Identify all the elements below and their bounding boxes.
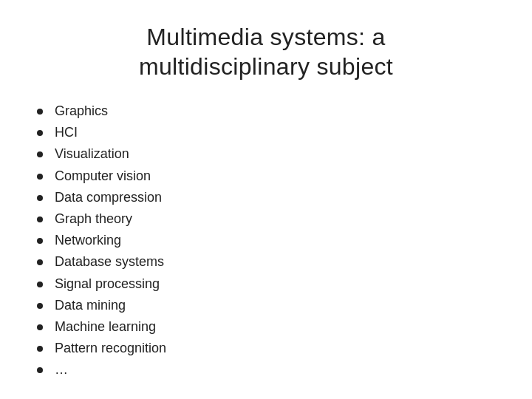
bullet-text: Visualization <box>55 145 129 163</box>
bullet-list: GraphicsHCIVisualizationComputer visionD… <box>37 102 495 382</box>
list-item: Networking <box>37 231 495 250</box>
title-area: Multimedia systems: a multidisciplinary … <box>37 22 495 81</box>
bullet-text: … <box>55 361 68 379</box>
bullet-text: HCI <box>55 123 78 142</box>
list-item: Machine learning <box>37 318 495 336</box>
content-area: GraphicsHCIVisualizationComputer visionD… <box>37 102 495 382</box>
title-line2: multidisciplinary subject <box>139 53 393 80</box>
bullet-dot-icon <box>37 216 43 222</box>
list-item: Graphics <box>37 102 495 120</box>
bullet-dot-icon <box>37 151 43 157</box>
bullet-text: Computer vision <box>55 167 151 185</box>
bullet-dot-icon <box>37 282 43 287</box>
bullet-dot-icon <box>37 346 43 352</box>
bullet-dot-icon <box>37 367 43 373</box>
slide-title: Multimedia systems: a multidisciplinary … <box>37 22 495 81</box>
bullet-dot-icon <box>37 130 43 136</box>
bullet-text: Graph theory <box>55 210 132 228</box>
list-item: … <box>37 361 495 379</box>
bullet-dot-icon <box>37 259 43 265</box>
list-item: Database systems <box>37 253 495 271</box>
bullet-dot-icon <box>37 195 43 201</box>
list-item: Graph theory <box>37 210 495 228</box>
bullet-text: Database systems <box>55 253 164 271</box>
bullet-dot-icon <box>37 303 43 309</box>
bullet-dot-icon <box>37 174 43 180</box>
list-item: Visualization <box>37 145 495 163</box>
list-item: HCI <box>37 123 495 142</box>
bullet-text: Signal processing <box>55 275 160 293</box>
bullet-text: Data mining <box>55 296 126 315</box>
list-item: Computer vision <box>37 167 495 185</box>
list-item: Pattern recognition <box>37 339 495 358</box>
list-item: Data mining <box>37 296 495 315</box>
list-item: Data compression <box>37 188 495 207</box>
slide: Multimedia systems: a multidisciplinary … <box>0 0 532 399</box>
bullet-dot-icon <box>37 238 43 244</box>
list-item: Signal processing <box>37 275 495 293</box>
bullet-text: Networking <box>55 231 121 250</box>
bullet-text: Pattern recognition <box>55 339 166 358</box>
bullet-dot-icon <box>37 324 43 330</box>
bullet-text: Machine learning <box>55 318 156 336</box>
bullet-text: Data compression <box>55 188 162 207</box>
bullet-text: Graphics <box>55 102 108 120</box>
title-line1: Multimedia systems: a <box>146 24 385 50</box>
bullet-dot-icon <box>37 109 43 115</box>
